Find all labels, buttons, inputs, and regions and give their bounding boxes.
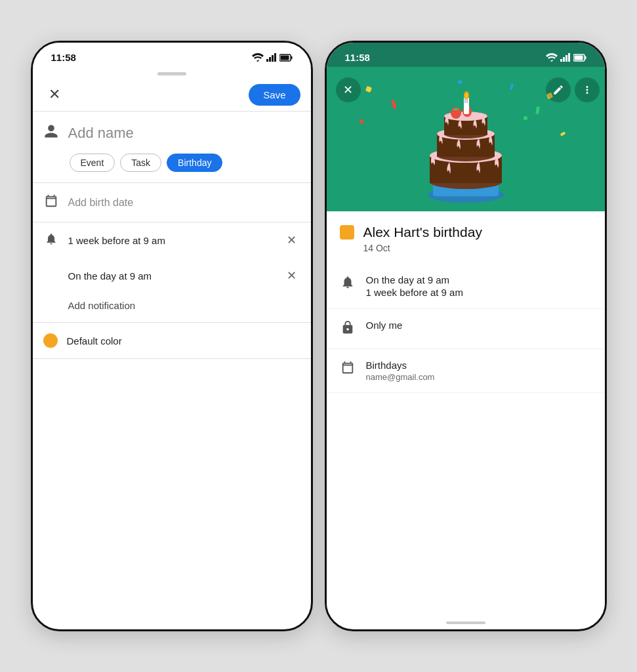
birth-date-field[interactable]: Add birth date — [33, 183, 311, 222]
event-title: Alex Hart's birthday — [363, 224, 482, 240]
svg-rect-9 — [565, 55, 567, 62]
svg-point-34 — [464, 93, 468, 98]
battery-icon-r — [573, 54, 586, 62]
status-bar-left: 11:58 — [33, 43, 311, 67]
close-button[interactable]: ✕ — [43, 83, 66, 106]
svg-rect-8 — [563, 57, 565, 62]
svg-rect-12 — [585, 56, 586, 59]
confetti-9 — [523, 116, 527, 121]
confetti-1 — [365, 86, 371, 93]
visibility-row: Only me — [327, 309, 605, 349]
confetti-2 — [391, 100, 396, 110]
signal-icon — [266, 53, 277, 62]
birth-date-label: Add birth date — [68, 197, 134, 209]
event-type-tabs: Event Task Birthday — [33, 150, 311, 182]
svg-rect-7 — [560, 59, 562, 62]
calendar-name: Birthdays — [366, 360, 435, 371]
status-time-right: 11:58 — [345, 52, 370, 63]
notification-row-2: On the day at 9 am ✕ — [33, 258, 311, 293]
confetti-7 — [560, 131, 565, 136]
notification-detail-1: On the day at 9 am — [366, 274, 463, 285]
notifications-section: 1 week before at 9 am ✕ On the day at 9 … — [33, 222, 311, 323]
status-time-left: 11:58 — [51, 52, 76, 63]
hero-edit-button[interactable] — [546, 77, 571, 102]
calendar-detail: Birthdays name@gmail.com — [366, 360, 435, 382]
confetti-6 — [358, 119, 363, 124]
event-card: Alex Hart's birthday 14 Oct On the day a… — [327, 211, 605, 614]
svg-rect-2 — [272, 55, 274, 62]
status-icons-right — [546, 53, 586, 62]
tab-birthday[interactable]: Birthday — [167, 154, 222, 172]
add-name-placeholder[interactable]: Add name — [68, 125, 134, 142]
event-title-row: Alex Hart's birthday — [327, 211, 605, 243]
notifications-detail: On the day at 9 am 1 week before at 9 am — [366, 274, 463, 298]
wifi-icon-r — [546, 53, 558, 62]
status-bar-right: 11:58 — [327, 43, 605, 67]
add-name-row: Add name — [33, 112, 311, 150]
tab-event[interactable]: Event — [70, 154, 115, 172]
color-dot — [43, 333, 58, 348]
svg-rect-5 — [291, 56, 292, 59]
drag-handle — [157, 72, 186, 75]
calendar-icon — [43, 194, 59, 211]
confetti-5 — [535, 106, 539, 115]
phone-birthday-detail: 11:58 — [325, 41, 607, 631]
header-bar: ✕ Save — [33, 78, 311, 112]
svg-rect-1 — [269, 57, 271, 62]
add-notification-label[interactable]: Add notification — [68, 300, 136, 311]
battery-icon — [279, 54, 293, 62]
cake-illustration — [413, 80, 518, 211]
remove-notification-2[interactable]: ✕ — [283, 267, 300, 284]
calendar-row: Birthdays name@gmail.com — [327, 349, 605, 393]
wifi-icon — [252, 53, 264, 62]
visibility-label: Only me — [366, 320, 403, 331]
phone-add-birthday: 11:58 ✕ — [31, 41, 313, 631]
app-container: 11:58 ✕ — [18, 28, 620, 644]
svg-rect-0 — [266, 59, 268, 62]
svg-rect-13 — [574, 55, 583, 60]
hero-close-button[interactable]: ✕ — [336, 77, 361, 102]
svg-rect-6 — [280, 55, 289, 60]
notification-text-2: On the day at 9 am — [68, 270, 152, 282]
notification-detail-2: 1 week before at 9 am — [366, 287, 463, 298]
calendar-email: name@gmail.com — [366, 372, 435, 382]
event-notifications-row: On the day at 9 am 1 week before at 9 am — [327, 264, 605, 309]
svg-rect-10 — [568, 53, 570, 62]
status-icons-left — [252, 53, 293, 62]
person-icon — [43, 123, 59, 143]
bottom-handle — [446, 621, 485, 624]
color-row[interactable]: Default color — [33, 323, 311, 359]
color-label: Default color — [67, 335, 122, 346]
signal-icon-r — [560, 53, 571, 62]
bell-detail-icon — [340, 275, 356, 293]
hero-more-button[interactable] — [575, 77, 600, 102]
svg-rect-3 — [274, 53, 276, 62]
calendar-detail-icon — [340, 360, 356, 378]
event-color-indicator — [340, 225, 354, 240]
remove-notification-1[interactable]: ✕ — [283, 232, 300, 249]
notification-text-1: 1 week before at 9 am — [68, 235, 165, 246]
bell-icon-1 — [43, 232, 59, 249]
tab-task[interactable]: Task — [120, 154, 161, 172]
save-button[interactable]: Save — [249, 84, 300, 106]
lock-icon — [340, 320, 356, 338]
add-notification-row[interactable]: Add notification — [33, 293, 311, 322]
cake-svg — [413, 80, 518, 208]
event-date: 14 Oct — [327, 243, 605, 264]
hero-banner: ✕ — [327, 67, 605, 211]
notification-row-1: 1 week before at 9 am ✕ — [33, 222, 311, 258]
